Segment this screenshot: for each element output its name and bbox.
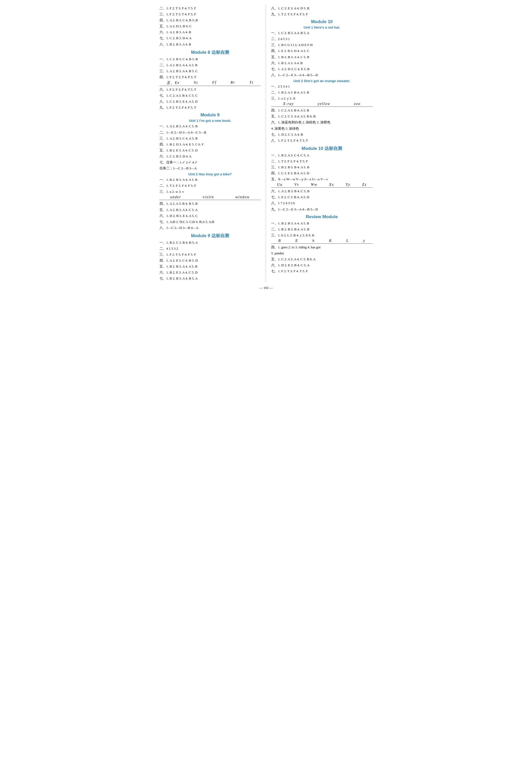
answer-line: 任务二：1—C 2—B 3—A xyxy=(160,165,261,171)
underline-row: X-rayyellowzoo xyxy=(271,102,372,107)
underline-row: 五、EeSsFfRrTt xyxy=(160,81,261,86)
answer-line: 五、1. C 2. C 3. A 4. A 5. B 6. B xyxy=(271,114,372,119)
answer-line: 二、1. T 2. F 3. F 4. F 5. F xyxy=(160,183,261,189)
underline-word: 五、Ee xyxy=(166,81,180,85)
answer-line: 二、1. A 2. B 3. A 4. A 5. B xyxy=(160,62,261,68)
underline-word: Ww xyxy=(311,183,317,187)
module-title: Module 8 达标自测 xyxy=(160,49,261,55)
underline-row: BEhKLy xyxy=(271,239,372,244)
unit-title: Unit 2 Has Amy got a bike? xyxy=(160,172,261,176)
answer-line: 二、1—E 2—D 3—A 4—C 5—B xyxy=(160,130,261,135)
answer-line: 五、1. B 2. B 3. A 4. A 5. B xyxy=(160,264,261,269)
answer-line: 五、1. B 2. B 3. A 4. C 5. B xyxy=(271,54,372,60)
answer-line: 六、1. F 2. F 3. F 4. T 5. T xyxy=(160,87,261,92)
underline-word: E xyxy=(295,239,298,243)
answer-line: 六、1. 涂蓝色和白色 2. 涂棕色 3. 涂橙色 xyxy=(271,120,372,125)
answer-line: 九、1. F 2. T 3. F 4. F 5. T xyxy=(160,105,261,110)
underline-word: X-ray xyxy=(283,102,294,106)
underline-word: y xyxy=(363,239,365,243)
answer-line: 六、1. B 2. A 3. A 4. B xyxy=(271,60,372,66)
module-title: Module 10 xyxy=(271,19,372,24)
answer-line: 三、1. B 2. B 3. B 4. A 5. B xyxy=(271,164,372,170)
underline-word: Zz xyxy=(362,183,367,187)
page-number: — 102 — xyxy=(157,286,375,290)
answer-line: 三、1. F 2. T 3. F 4. F 5. F xyxy=(160,252,261,258)
answer-line: 四、1. B 2. D 3. A 4. E 5. C 6. F xyxy=(160,142,261,147)
answer-line: 4. 涂黄色 5. 涂绿色 xyxy=(271,126,372,131)
answer-line: 五、1. A 2. D 3. B 4. C xyxy=(160,23,261,29)
answer-line: 三、1. A 2. B 3. A 4. B 5. C xyxy=(160,68,261,74)
module-title: Review Module xyxy=(271,214,372,220)
answer-line: 一、1. C 2. B 3. A 4. B 5. A xyxy=(271,30,372,36)
answer-line: 五、X—x W—w Y—y Z—z U—u V—v xyxy=(271,176,372,182)
left-column: 二、1. F 2. T 3. F 4. T 5. F三、1. F 2. T 3.… xyxy=(157,5,266,282)
answer-line: 六、1. D 2. E 3. B 4. C 5. A xyxy=(271,262,372,268)
answer-line: 七、1. C 2. A 3. B 4. C 5. C xyxy=(160,93,261,98)
underline-word: K xyxy=(329,239,332,243)
underline-word: Ss xyxy=(194,81,198,85)
answer-line: 一、1. B 2. C 3. B 4. B 5. A xyxy=(160,240,261,246)
answer-line: 三、1. A 2. B 3. C 4. A 5. B xyxy=(160,136,261,141)
answer-line: 一、1. C 2. B 3. C 4. B 5. B xyxy=(160,56,261,62)
answer-line: 六、1. A 2. B 3. B 4. C 5. B xyxy=(271,188,372,194)
underline-word: B xyxy=(278,239,281,243)
answer-line: 八、1. C 2. B 3. E 4. A 5. D xyxy=(160,99,261,104)
answer-line: 四、1. A 2. E 3. C 4. B 5. D xyxy=(160,258,261,263)
answer-line: 一、2 5 3 4 1 xyxy=(271,84,372,89)
answer-line: 七、1. A;B 2. D;C 3. C;D 4. B;A 5. A;B xyxy=(160,219,261,225)
answer-line: 八、1. C 2. E 3. A 4. D 5. B xyxy=(271,6,372,11)
answer-line: 八、1—C 2—D 3—B 4—A xyxy=(160,225,261,231)
underline-word: h xyxy=(312,239,315,243)
module-title: Module 10 达标自测 xyxy=(271,146,372,152)
answer-line: 八、1. B 2. B 3. A 4. B xyxy=(160,42,261,47)
answer-line: 二、1. B 2. A 3. B 4. A 5. B xyxy=(271,89,372,95)
answer-line: 四、1. C 2. E 3. B 4. A 5. D xyxy=(271,170,372,176)
answer-line: 七、任务一：1.✓ 2.✓ 4.✓ xyxy=(160,159,261,165)
answer-line: 七、1. D 2. C 3. A 4. B xyxy=(271,132,372,137)
answer-line: 四、1. E 2. B 3. D 4. A 5. C xyxy=(271,48,372,54)
answer-line: 一、1. B 2. B 3. A 4. A 5. B xyxy=(271,221,372,226)
answer-line: 七、1. B 2. B 3. A 4. B 5. A xyxy=(160,276,261,281)
underline-word: zoo xyxy=(354,102,361,106)
answer-line: 一、1. B 2. B 3. A 4. A 5. B xyxy=(160,177,261,183)
answer-line: 三、1. z 2. y 3. X xyxy=(271,96,372,101)
answer-line: 三、1. h 2. L 3. B 4. y 5. E 6. K xyxy=(271,232,372,238)
underline-word: Rr xyxy=(231,81,235,85)
unit-title: Unit 2 She's got an orange sweater. xyxy=(271,79,372,83)
answer-line: 三、1. u 2. w 3. v xyxy=(160,189,261,194)
answer-line: 一、1. A 2. B 3. A 4. C 5. B xyxy=(160,123,261,129)
underline-word: Uu xyxy=(277,183,283,187)
underline-word: Yy xyxy=(346,183,350,187)
underline-word: under xyxy=(170,195,181,199)
answer-line: 六、1. A 2. B 3. A 4. B xyxy=(160,29,261,35)
answer-line: 七、1. A 2. D 3. C 4. E 5. B xyxy=(271,66,372,72)
underline-word: Ff xyxy=(212,81,216,85)
answer-line: 七、1. F 2. T 3. F 4. T 5. F xyxy=(271,268,372,274)
underline-word: window xyxy=(235,195,250,199)
answer-line: 六、1. B 2. E 3. A 4. C 5. D xyxy=(160,270,261,275)
answer-line: 四、1. A 2. A 3. B 4. B 5. B xyxy=(160,201,261,207)
underline-word: Vv xyxy=(294,183,299,187)
answer-line: 九、1. T 2. T 3. F 4. F 5. F xyxy=(271,12,372,17)
answer-line: 四、1. goes 2. to 3. riding 4. has got xyxy=(271,244,372,250)
answer-line: 二、1. T 2. F 3. F 4. T 5. F xyxy=(271,158,372,164)
underline-row: underviolinwindow xyxy=(160,195,261,200)
answer-line: 三、1. B C G I J 2. A D E F H xyxy=(271,42,372,48)
answer-line: 二、1. F 2. T 3. F 4. T 5. F xyxy=(160,6,261,11)
answer-line: 六、1. C 2. B 3. D 4. A xyxy=(160,154,261,159)
answer-line: 八、1 7 2 4 3 5 6 xyxy=(271,200,372,206)
underline-word: Xx xyxy=(329,183,334,187)
underline-word: Tt xyxy=(249,81,254,85)
answer-line: 九、1—C 2—E 3—A 4—B 5—D xyxy=(271,207,372,212)
answer-line: 四、1. C 2. A 3. B 4. A 5. B xyxy=(271,108,372,113)
answer-line: 三、1. F 2. T 3. T 4. F 5. F xyxy=(160,12,261,17)
answer-line: 一、1. B 2. A 3. C 4. C 5. A xyxy=(271,153,372,158)
page: 二、1. F 2. T 3. F 4. T 5. F三、1. F 2. T 3.… xyxy=(157,5,375,282)
answer-line: 二、2 4 5 3 1 xyxy=(271,36,372,42)
answer-line: 八、1—C 2—E 3—A 4—B 5—D xyxy=(271,72,372,78)
underline-word: yellow xyxy=(318,102,331,106)
answer-line: 六、1. D 2. B 3. E 4. A 5. C xyxy=(160,213,261,219)
answer-line: 二、4 1 5 3 2 xyxy=(160,246,261,252)
answer-line: 五、1. B 2. E 3. A 4. C 5. D xyxy=(160,148,261,153)
module-title: Module 9 达标自测 xyxy=(160,233,261,239)
